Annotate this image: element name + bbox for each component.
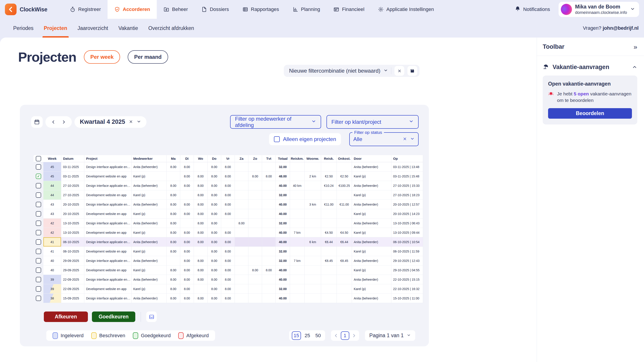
row-checkbox[interactable] <box>36 258 41 264</box>
close-icon[interactable] <box>129 118 133 125</box>
previous-period-button[interactable] <box>51 120 56 124</box>
column-header-op[interactable]: Op <box>391 155 423 162</box>
table-row[interactable]: 4029-09-2025Design interface applicatie … <box>34 256 429 266</box>
afkeuren-button[interactable]: Afkeuren <box>44 312 88 322</box>
row-checkbox[interactable] <box>36 211 41 217</box>
chevron-down-icon[interactable] <box>384 68 388 73</box>
table-row[interactable]: 3815-09-2025Design interface applicatie … <box>34 294 429 303</box>
nav-item-rapportages[interactable]: Rapportages <box>236 0 286 19</box>
row-checkbox[interactable] <box>36 230 41 235</box>
column-header-totaal[interactable]: Totaal <box>276 155 290 162</box>
table-row[interactable]: ✓4503-11-2025Development website en appK… <box>34 172 429 181</box>
row-checkbox[interactable] <box>36 164 41 170</box>
filter-status-select[interactable]: Filter op status Alle <box>349 132 418 146</box>
column-header-woonw[interactable]: Woonw. <box>304 155 321 162</box>
next-page-button[interactable] <box>352 333 356 338</box>
column-header-vr[interactable]: Vr <box>221 155 235 162</box>
row-checkbox[interactable] <box>36 286 41 292</box>
nav-item-applicatie-instellingen[interactable]: Applicatie Instellingen <box>371 0 441 19</box>
column-header-tvt[interactable]: Tvt <box>262 155 276 162</box>
table-row[interactable]: 4427-10-2025Design interface applicatie … <box>34 181 429 190</box>
save-filter-button[interactable] <box>408 66 417 76</box>
column-header-di[interactable]: Di <box>180 155 194 162</box>
table-row[interactable]: 3922-09-2025Design interface applicatie … <box>34 275 429 284</box>
column-header-project[interactable]: Project <box>84 155 132 162</box>
column-header-onkost[interactable]: Onkost. <box>337 155 352 162</box>
table-row[interactable]: 4106-10-2025Development website en appKa… <box>34 247 429 256</box>
tab-periodes[interactable]: Periodes <box>13 19 34 37</box>
tab-jaaroverzicht[interactable]: Jaaroverzicht <box>78 19 108 37</box>
chevron-down-icon[interactable] <box>137 118 141 125</box>
row-checkbox[interactable] <box>36 268 41 273</box>
brand[interactable]: ClockWise <box>5 0 48 19</box>
per-maand-toggle[interactable]: Per maand <box>128 50 168 64</box>
column-header-do[interactable]: Do <box>208 155 221 162</box>
row-checkbox[interactable] <box>36 239 41 245</box>
row-checkbox[interactable] <box>36 221 41 226</box>
page-size-25[interactable]: 25 <box>303 331 312 340</box>
row-checkbox[interactable] <box>36 183 41 188</box>
close-icon[interactable] <box>403 136 407 142</box>
page-size-15[interactable]: 15 <box>292 331 301 340</box>
column-header-wo[interactable]: Wo <box>194 155 208 162</box>
tab-vakantie[interactable]: Vakantie <box>118 19 138 37</box>
tab-projecten[interactable]: Projecten <box>44 19 67 37</box>
select-all-checkbox[interactable] <box>36 156 41 161</box>
nav-item-registreer[interactable]: Registreer <box>63 0 108 19</box>
filter-combination-label[interactable]: Nieuwe filtercombinatie (niet bewaard) <box>289 68 380 74</box>
column-header-reiskm[interactable]: Reiskm. <box>290 155 304 162</box>
column-header-door[interactable]: Door <box>352 155 391 162</box>
beoordelen-button[interactable]: Beoordelen <box>548 108 632 119</box>
column-header-medewerker[interactable]: Medewerker <box>132 155 166 162</box>
table-row[interactable]: 4503-11-2025Design interface applicatie … <box>34 162 429 172</box>
filter-medewerker-select[interactable]: Filter op medewerker of afdeling <box>230 115 321 129</box>
previous-page-button[interactable] <box>334 333 338 338</box>
filter-klant-select[interactable]: Filter op klant/project <box>326 115 418 129</box>
row-checkbox[interactable]: ✓ <box>36 174 41 179</box>
clear-filter-button[interactable] <box>394 66 404 76</box>
table-row[interactable]: 4213-10-2025Design interface applicatie … <box>34 219 429 228</box>
row-checkbox[interactable] <box>36 277 41 282</box>
double-chevron-right-icon[interactable]: » <box>634 43 637 50</box>
row-checkbox[interactable] <box>36 249 41 254</box>
notifications-button[interactable]: Notifications <box>515 6 550 13</box>
table-row[interactable]: 4320-10-2025Development website en appKa… <box>34 209 429 219</box>
table-row[interactable]: 4106-10-2025Design interface applicatie … <box>34 237 429 247</box>
column-header-ma[interactable]: Ma <box>166 155 180 162</box>
archive-button[interactable] <box>146 312 157 322</box>
nav-item-beheer[interactable]: Beheer <box>157 0 194 19</box>
vakantie-aanvragen-section-header[interactable]: Vakantie-aanvragen <box>543 63 637 71</box>
column-header-datum[interactable]: Datum <box>61 155 84 162</box>
goedkeuren-button[interactable]: Goedkeuren <box>92 312 135 322</box>
table-row[interactable]: 4213-10-2025Development website en appKa… <box>34 228 429 237</box>
table-row[interactable]: 4320-10-2025Design interface applicatie … <box>34 200 429 209</box>
table-row[interactable]: 3922-09-2025Development website en appKa… <box>34 284 429 294</box>
alleen-eigen-projecten-checkbox[interactable]: Alleen eigen projecten <box>269 133 341 145</box>
column-header-zo[interactable]: Zo <box>248 155 262 162</box>
nav-item-financieel[interactable]: Financieel <box>327 0 371 19</box>
table-row[interactable]: 4029-09-2025Development website en appKa… <box>34 266 429 275</box>
column-header-week[interactable]: Week <box>44 155 61 162</box>
calendar-button[interactable] <box>31 116 43 128</box>
per-week-toggle[interactable]: Per week <box>84 50 120 64</box>
table-row[interactable]: 4427-10-2025Development website en appKa… <box>34 190 429 200</box>
chevron-down-icon[interactable] <box>410 136 414 142</box>
nav-item-dossiers[interactable]: Dossiers <box>194 0 236 19</box>
row-checkbox[interactable] <box>36 202 41 207</box>
nav-item-accorderen[interactable]: Accorderen <box>108 0 157 19</box>
page-number[interactable]: 1 <box>341 331 349 340</box>
column-header-za[interactable]: Za <box>235 155 248 162</box>
row-checkbox[interactable] <box>36 192 41 198</box>
user-menu[interactable]: Mika van de Boom domeinnaam.clockwise.in… <box>558 2 639 17</box>
cell-medewerker: Karel (p) <box>132 172 166 181</box>
column-header-reisk[interactable]: Reisk. <box>321 155 337 162</box>
tab-overzicht-afdrukken[interactable]: Overzicht afdrukken <box>148 19 194 37</box>
chevron-up-icon[interactable] <box>632 64 637 70</box>
row-checkbox[interactable] <box>36 296 41 301</box>
period-selector[interactable]: Kwartaal 4 2025 <box>74 116 146 128</box>
next-period-button[interactable] <box>61 120 66 124</box>
page-size-50[interactable]: 50 <box>314 331 322 340</box>
help-email[interactable]: john@bedrijf.nl <box>603 25 639 31</box>
nav-item-planning[interactable]: Planning <box>286 0 327 19</box>
page-indicator[interactable]: Pagina 1 van 1 <box>365 330 415 341</box>
